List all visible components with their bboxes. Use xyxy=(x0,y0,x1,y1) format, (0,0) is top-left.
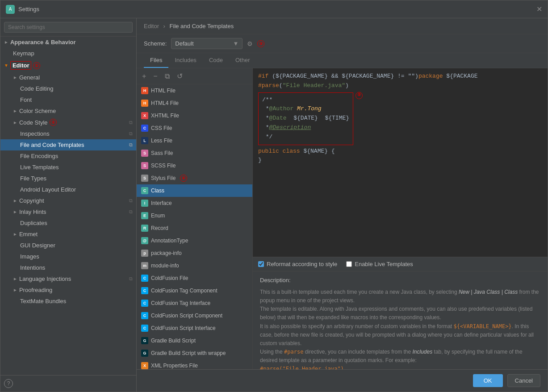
template-item-gradle-build[interactable]: G Gradle Build Script xyxy=(137,334,252,347)
sidebar-item-code-editing[interactable]: Code Editing xyxy=(0,83,136,94)
sidebar-item-android-layout[interactable]: Android Layout Editor xyxy=(0,184,136,195)
template-item-xhtml-file[interactable]: X XHTML File xyxy=(137,109,252,122)
tab-other[interactable]: Other xyxy=(229,53,256,68)
template-label: Gradle Build Script xyxy=(151,338,196,344)
sidebar-item-color-scheme[interactable]: ► Color Scheme xyxy=(0,105,136,117)
title-bar: A Settings ✕ xyxy=(0,0,548,18)
template-item-cf-file[interactable]: C ColdFusion File xyxy=(137,272,252,284)
template-item-enum[interactable]: E Enum xyxy=(137,209,252,222)
sidebar-item-duplicates[interactable]: Duplicates xyxy=(0,217,136,229)
template-item-class[interactable]: C Class xyxy=(137,184,252,197)
right-panel: Editor › File and Code Templates Scheme:… xyxy=(137,18,548,392)
sidebar-item-code-style[interactable]: ► Code Style ② ⧉ xyxy=(0,117,136,128)
template-item-annotation-type[interactable]: @ AnnotationType xyxy=(137,234,252,247)
template-item-cf-tag-comp[interactable]: C ColdFusion Tag Component xyxy=(137,284,252,297)
sidebar-item-inspections[interactable]: Inspections ⧉ xyxy=(0,128,136,139)
gear-icon[interactable]: ⚙ xyxy=(247,40,253,47)
sidebar-item-file-code-templates[interactable]: File and Code Templates ⧉ xyxy=(0,139,136,150)
template-item-cf-script-comp[interactable]: C ColdFusion Script Component xyxy=(137,309,252,322)
template-icon: m xyxy=(141,262,148,269)
template-item-sass-file[interactable]: S Sass File xyxy=(137,147,252,159)
sidebar: ► Appearance & Behavior Keymap ▼ Editor … xyxy=(0,18,137,392)
search-input[interactable] xyxy=(4,22,133,33)
ok-button[interactable]: OK xyxy=(473,374,503,387)
template-item-stylus-file[interactable]: S Stylus File ④ xyxy=(137,172,252,184)
template-label: module-info xyxy=(151,263,179,269)
reset-template-button[interactable]: ↺ xyxy=(175,71,184,81)
sidebar-item-label: Keymap xyxy=(13,50,34,57)
code-line-3: /** xyxy=(262,96,349,105)
copy-icon: ⧉ xyxy=(129,209,133,215)
description-area: Description: This is a built-in template… xyxy=(253,271,548,369)
sidebar-item-label: Live Templates xyxy=(20,164,59,171)
code-bottom: Reformat according to style Enable Live … xyxy=(253,257,548,271)
close-button[interactable]: ✕ xyxy=(536,5,542,13)
code-view[interactable]: #if (${PACKAGE_NAME} && ${PACKAGE_NAME} … xyxy=(253,68,548,257)
sidebar-item-label: Appearance & Behavior xyxy=(10,39,76,46)
sidebar-item-font[interactable]: Font xyxy=(0,94,136,105)
sidebar-item-inlay-hints[interactable]: ► Inlay Hints ⧉ xyxy=(0,206,136,217)
tab-includes[interactable]: Includes xyxy=(168,53,202,68)
arrow-icon: ► xyxy=(13,120,17,125)
sidebar-item-file-types[interactable]: File Types xyxy=(0,173,136,184)
template-item-module-info[interactable]: m module-info xyxy=(137,259,252,272)
template-list-items: H HTML File H HTML4 File X XHTML File xyxy=(137,84,252,369)
code-line-6: *@Description xyxy=(262,123,349,133)
template-item-interface[interactable]: I Interface xyxy=(137,197,252,209)
sidebar-item-editor[interactable]: ▼ Editor ① xyxy=(0,59,136,72)
arrow-icon: ► xyxy=(13,288,17,292)
sidebar-item-live-templates[interactable]: Live Templates xyxy=(0,162,136,173)
template-icon: G xyxy=(141,337,148,344)
template-item-css-file[interactable]: C CSS File xyxy=(137,122,252,134)
template-item-record[interactable]: R Record xyxy=(137,222,252,234)
sidebar-item-language-injections[interactable]: ► Language Injections ⧉ xyxy=(0,273,136,284)
sidebar-item-general[interactable]: ► General xyxy=(0,72,136,83)
template-item-gradle-build-wrap[interactable]: G Gradle Build Script with wrappe xyxy=(137,347,252,359)
scheme-select[interactable]: Default ▼ xyxy=(171,38,243,49)
template-icon: E xyxy=(141,212,148,219)
annotation-box: ⑤ /** *@Author Mr.Tong *@Date ${DATE} ${… xyxy=(258,92,353,145)
template-area: + − ⧉ ↺ H HTML File H HTML4 File xyxy=(137,68,548,369)
template-item-html4-file[interactable]: H HTML4 File xyxy=(137,97,252,109)
reformat-checkbox[interactable]: Reformat according to style xyxy=(258,261,337,267)
sidebar-item-intentions[interactable]: Intentions xyxy=(0,262,136,273)
live-templates-label: Enable Live Templates xyxy=(355,261,413,267)
tab-code[interactable]: Code xyxy=(203,53,229,68)
tab-files[interactable]: Files xyxy=(144,53,168,68)
sidebar-item-emmet[interactable]: ► Emmet xyxy=(0,229,136,240)
template-icon: C xyxy=(141,300,148,307)
copy-icon: ⧉ xyxy=(129,131,133,137)
template-label: AnnotationType xyxy=(151,238,188,244)
sidebar-item-proofreading[interactable]: ► Proofreading xyxy=(0,284,136,296)
help-button[interactable]: ? xyxy=(4,379,13,388)
live-templates-checkbox[interactable]: Enable Live Templates xyxy=(346,261,413,267)
template-icon: S xyxy=(141,175,148,182)
live-templates-checkbox-input[interactable] xyxy=(346,261,352,267)
sidebar-item-keymap[interactable]: Keymap xyxy=(0,48,136,59)
sidebar-item-images[interactable]: Images xyxy=(0,251,136,262)
template-item-scss-file[interactable]: S SCSS File xyxy=(137,159,252,172)
template-item-package-info[interactable]: p package-info xyxy=(137,247,252,259)
sidebar-item-textmate-bundles[interactable]: TextMate Bundles xyxy=(0,296,136,307)
reformat-checkbox-input[interactable] xyxy=(258,261,264,267)
template-item-xml-props[interactable]: X XML Properties File xyxy=(137,359,252,369)
code-line-9: } xyxy=(258,156,542,165)
code-line-7: */ xyxy=(262,133,349,142)
sidebar-item-appearance[interactable]: ► Appearance & Behavior xyxy=(0,37,136,48)
sidebar-item-label: Emmet xyxy=(19,231,38,238)
template-icon: H xyxy=(141,100,148,107)
sidebar-item-copyright[interactable]: ► Copyright ⧉ xyxy=(0,195,136,206)
template-item-cf-script-int[interactable]: C ColdFusion Script Interface xyxy=(137,322,252,334)
template-item-html-file[interactable]: H HTML File xyxy=(137,84,252,97)
sidebar-item-gui-designer[interactable]: GUI Designer xyxy=(0,240,136,251)
template-item-less-file[interactable]: L Less File xyxy=(137,134,252,147)
arrow-icon: ► xyxy=(13,108,17,113)
template-label: XHTML File xyxy=(151,113,179,119)
template-item-cf-tag-int[interactable]: C ColdFusion Tag Interface xyxy=(137,297,252,309)
cancel-button[interactable]: Cancel xyxy=(507,374,540,387)
remove-template-button[interactable]: − xyxy=(151,71,159,81)
copy-template-button[interactable]: ⧉ xyxy=(163,71,172,81)
sidebar-item-file-encodings[interactable]: File Encodings xyxy=(0,150,136,162)
copy-icon: ⧉ xyxy=(129,142,133,148)
add-template-button[interactable]: + xyxy=(140,71,148,81)
